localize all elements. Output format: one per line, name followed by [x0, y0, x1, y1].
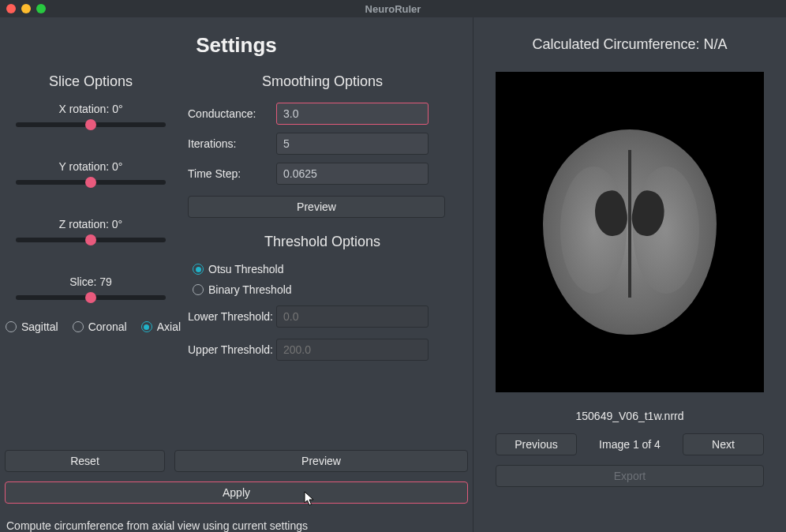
lower-threshold-input[interactable] [276, 305, 429, 328]
conductance-row: Conductance: [188, 103, 457, 125]
upper-threshold-row: Upper Threshold: [188, 339, 457, 361]
smoothing-heading: Smoothing Options [188, 73, 457, 90]
slider-thumb-icon[interactable] [85, 177, 96, 188]
radio-icon [6, 321, 17, 332]
z-rotation-slider[interactable] [16, 238, 166, 242]
image-nav-row: Previous Image 1 of 4 Next [496, 433, 764, 455]
view-sagittal-label: Sagittal [21, 320, 58, 333]
otsu-threshold-radio[interactable]: Otsu Threshold [193, 263, 457, 275]
slice-options-column: Slice Options X rotation: 0° Y rotation:… [5, 69, 177, 445]
lower-threshold-label: Lower Threshold: [188, 310, 276, 323]
view-coronal-label: Coronal [88, 320, 127, 333]
radio-icon [193, 264, 204, 275]
upper-threshold-label: Upper Threshold: [188, 343, 276, 356]
timestep-input[interactable] [276, 163, 429, 185]
export-button[interactable]: Export [496, 465, 764, 487]
slider-thumb-icon[interactable] [85, 234, 96, 245]
y-rotation-group: Y rotation: 0° [5, 160, 177, 185]
radio-icon [141, 321, 152, 332]
x-rotation-group: X rotation: 0° [5, 103, 177, 127]
view-coronal-radio[interactable]: Coronal [73, 320, 127, 333]
settings-heading: Settings [0, 33, 473, 58]
settings-panel: Settings Slice Options X rotation: 0° Y … [0, 17, 473, 532]
x-rotation-slider[interactable] [16, 122, 166, 127]
calculated-circumference-heading: Calculated Circumference: N/A [532, 36, 727, 53]
slice-index-group: Slice: 79 [5, 275, 177, 300]
next-button[interactable]: Next [683, 433, 764, 455]
z-rotation-label: Z rotation: 0° [5, 218, 177, 230]
image-viewer [496, 72, 764, 392]
view-orientation-row: Sagittal Coronal Axial [6, 320, 181, 333]
options-column: Smoothing Options Conductance: Iteration… [177, 69, 468, 445]
threshold-heading: Threshold Options [188, 234, 457, 250]
y-rotation-slider[interactable] [16, 180, 166, 185]
slice-options-heading: Slice Options [49, 73, 133, 90]
iterations-input[interactable] [276, 133, 429, 155]
smoothing-preview-button[interactable]: Preview [188, 196, 445, 218]
x-rotation-label: X rotation: 0° [5, 103, 177, 115]
iterations-row: Iterations: [188, 133, 457, 155]
radio-icon [193, 284, 204, 295]
previous-button[interactable]: Previous [496, 433, 577, 455]
reset-button[interactable]: Reset [5, 450, 165, 472]
view-axial-radio[interactable]: Axial [141, 320, 181, 333]
radio-icon [73, 321, 84, 332]
conductance-input[interactable] [276, 103, 429, 125]
otsu-threshold-label: Otsu Threshold [208, 263, 283, 275]
status-text: Compute circumference from axial view us… [5, 513, 468, 532]
slice-index-slider[interactable] [16, 295, 166, 300]
timestep-row: Time Step: [188, 163, 457, 185]
slider-thumb-icon[interactable] [85, 292, 96, 303]
slider-thumb-icon[interactable] [85, 119, 96, 130]
conductance-label: Conductance: [188, 107, 276, 120]
binary-threshold-radio[interactable]: Binary Threshold [193, 283, 457, 296]
titlebar: NeuroRuler [0, 0, 786, 17]
apply-button[interactable]: Apply [5, 481, 468, 504]
window-title: NeuroRuler [0, 3, 786, 15]
slice-index-label: Slice: 79 [5, 275, 177, 288]
binary-threshold-label: Binary Threshold [208, 283, 292, 296]
image-counter: Image 1 of 4 [577, 438, 683, 451]
threshold-preview-button[interactable]: Preview [174, 450, 468, 472]
result-panel: Calculated Circumference: N/A 150649_V06… [473, 17, 786, 532]
iterations-label: Iterations: [188, 137, 276, 150]
view-sagittal-radio[interactable]: Sagittal [6, 320, 58, 333]
actions-area: Reset Preview Apply Compute circumferenc… [0, 445, 473, 532]
timestep-label: Time Step: [188, 167, 276, 180]
z-rotation-group: Z rotation: 0° [5, 218, 177, 242]
image-filename: 150649_V06_t1w.nrrd [576, 410, 684, 422]
lower-threshold-row: Lower Threshold: [188, 305, 457, 328]
brain-image-icon [543, 129, 717, 335]
y-rotation-label: Y rotation: 0° [5, 160, 177, 173]
upper-threshold-input[interactable] [276, 339, 429, 361]
